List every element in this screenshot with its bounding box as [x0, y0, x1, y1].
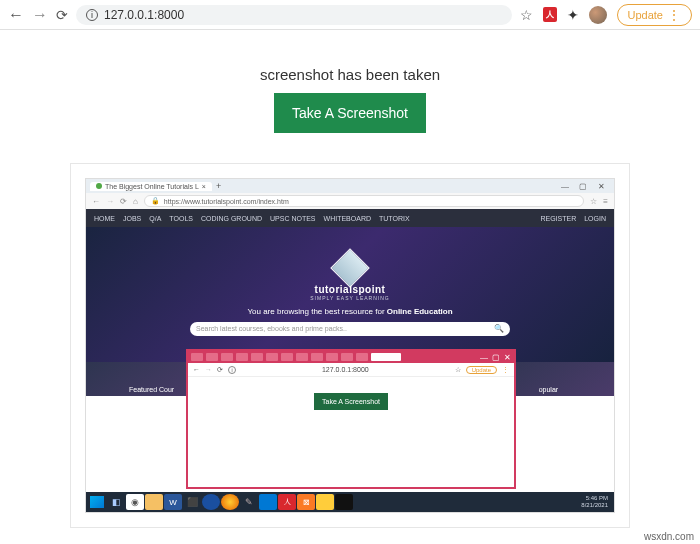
- nav-coding: CODING GROUND: [201, 215, 262, 222]
- windows-taskbar: ◧ ◉ W ⬛ ✎ 人 ⊠ 5:46 PM 8/21/2021: [86, 492, 614, 512]
- address-bar[interactable]: i 127.0.0.1:8000: [76, 5, 512, 25]
- start-button-icon: [88, 494, 106, 510]
- nav-upsc: UPSC NOTES: [270, 215, 316, 222]
- page-content: screenshot has been taken Take A Screens…: [0, 30, 700, 528]
- status-message: screenshot has been taken: [0, 66, 700, 83]
- captured-menu-icon: ≡: [603, 197, 608, 206]
- captured-url-text: https://www.tutorialspoint.com/index.htm: [164, 198, 289, 205]
- file-explorer-icon: [145, 494, 163, 510]
- nested-tab: [296, 353, 308, 361]
- toolbar-right: ☆ 人 ✦ Update ⋮: [520, 4, 692, 26]
- nested-tab: [341, 353, 353, 361]
- nested-back-icon: ←: [193, 366, 200, 373]
- nested-tab: [221, 353, 233, 361]
- nav-home: HOME: [94, 215, 115, 222]
- captured-reload-icon: ⟳: [120, 197, 127, 206]
- app-icon: [316, 494, 334, 510]
- nav-register: REGISTER: [540, 215, 576, 222]
- nested-url-text: 127.0.0.1:8000: [241, 366, 450, 373]
- search-icon: 🔍: [494, 324, 504, 333]
- brand-subtitle: SIMPLY EASY LEARNING: [310, 295, 389, 301]
- screenshot-image: The Biggest Online Tutorials L × + — ▢ ✕…: [85, 178, 615, 513]
- nested-menu-dots-icon: ⋮: [502, 366, 509, 374]
- nested-window-controls: — ▢ ✕: [480, 353, 511, 362]
- nav-qa: Q/A: [149, 215, 161, 222]
- nested-tab: [326, 353, 338, 361]
- browser-toolbar: ← → ⟳ i 127.0.0.1:8000 ☆ 人 ✦ Update ⋮: [0, 0, 700, 30]
- screenshot-container: The Biggest Online Tutorials L × + — ▢ ✕…: [70, 163, 630, 528]
- watermark: wsxdn.com: [644, 531, 694, 542]
- nested-tab: [206, 353, 218, 361]
- store-icon: ⬛: [183, 494, 201, 510]
- nav-tools: TOOLS: [169, 215, 193, 222]
- captured-tab-title: The Biggest Online Tutorials L: [105, 183, 199, 190]
- nested-tab: [251, 353, 263, 361]
- hero-tagline: You are browsing the best resource for O…: [247, 307, 452, 316]
- nested-tab: [281, 353, 293, 361]
- search-placeholder: Search latest courses, ebooks and prime …: [196, 325, 347, 332]
- vscode-icon: [259, 494, 277, 510]
- profile-avatar[interactable]: [589, 6, 607, 24]
- captured-tab: The Biggest Online Tutorials L ×: [90, 182, 212, 191]
- tab-close-icon: ×: [202, 183, 206, 190]
- thunderbird-icon: [202, 494, 220, 510]
- take-screenshot-button[interactable]: Take A Screenshot: [274, 93, 426, 133]
- site-hero: tutorialspoint SIMPLY EASY LEARNING You …: [86, 227, 614, 362]
- minimize-icon: —: [556, 182, 574, 191]
- nested-addressbar: ← → ⟳ i 127.0.0.1:8000 ☆ Update ⋮: [188, 363, 514, 377]
- nested-page-body: Take A Screenshot: [188, 377, 514, 410]
- word-icon: W: [164, 494, 182, 510]
- captured-back-icon: ←: [92, 197, 100, 206]
- nested-tabstrip: — ▢ ✕: [188, 351, 514, 363]
- nav-login: LOGIN: [584, 215, 606, 222]
- back-button[interactable]: ←: [8, 6, 24, 24]
- bookmark-star-icon[interactable]: ☆: [520, 7, 533, 23]
- system-tray-clock: 5:46 PM 8/21/2021: [581, 495, 612, 508]
- pdf-reader-icon: 人: [278, 494, 296, 510]
- url-text: 127.0.0.1:8000: [104, 8, 184, 22]
- forward-button[interactable]: →: [32, 6, 48, 24]
- captured-url-field: 🔒 https://www.tutorialspoint.com/index.h…: [144, 195, 584, 207]
- extensions-icon[interactable]: ✦: [567, 7, 579, 23]
- nested-reload-icon: ⟳: [217, 366, 223, 374]
- pdf-extension-icon[interactable]: 人: [543, 7, 557, 22]
- terminal-icon: [335, 494, 353, 510]
- nested-star-icon: ☆: [455, 366, 461, 374]
- captured-titlebar: The Biggest Online Tutorials L × + — ▢ ✕: [86, 179, 614, 193]
- captured-forward-icon: →: [106, 197, 114, 206]
- close-icon: ✕: [504, 353, 511, 362]
- nested-take-screenshot-button: Take A Screenshot: [314, 393, 388, 410]
- nested-tab: [356, 353, 368, 361]
- nav-jobs: JOBS: [123, 215, 141, 222]
- update-button[interactable]: Update ⋮: [617, 4, 692, 26]
- chrome-icon: ◉: [126, 494, 144, 510]
- update-label: Update: [628, 9, 663, 21]
- captured-addressbar: ← → ⟳ ⌂ 🔒 https://www.tutorialspoint.com…: [86, 193, 614, 209]
- captured-window-controls: — ▢ ✕: [556, 182, 610, 191]
- nested-update-pill: Update: [466, 366, 497, 374]
- nested-tab: [266, 353, 278, 361]
- reload-button[interactable]: ⟳: [56, 7, 68, 23]
- favicon-icon: [96, 183, 102, 189]
- nested-tab-active: [371, 353, 401, 361]
- lock-icon: 🔒: [151, 197, 160, 205]
- firefox-icon: [221, 494, 239, 510]
- brand-logo-icon: [330, 248, 370, 288]
- xampp-icon: ⊠: [297, 494, 315, 510]
- maximize-icon: ▢: [492, 353, 500, 362]
- nested-window: — ▢ ✕ ← → ⟳ i 127.0.0.1:8000 ☆ Update ⋮: [186, 349, 516, 489]
- site-info-icon[interactable]: i: [86, 9, 98, 21]
- nested-forward-icon: →: [205, 366, 212, 373]
- gimp-icon: ✎: [240, 494, 258, 510]
- captured-bookmark-icon: ☆: [590, 197, 597, 206]
- site-navbar: HOME JOBS Q/A TOOLS CODING GROUND UPSC N…: [86, 209, 614, 227]
- menu-dots-icon[interactable]: ⋮: [667, 7, 681, 23]
- nested-info-icon: i: [228, 366, 236, 374]
- site-search-box: Search latest courses, ebooks and prime …: [190, 322, 510, 336]
- new-tab-icon: +: [216, 181, 221, 191]
- taskview-icon: ◧: [107, 494, 125, 510]
- nested-tab: [236, 353, 248, 361]
- nested-tab: [191, 353, 203, 361]
- nested-tab: [311, 353, 323, 361]
- nav-tutorix: TUTORIX: [379, 215, 410, 222]
